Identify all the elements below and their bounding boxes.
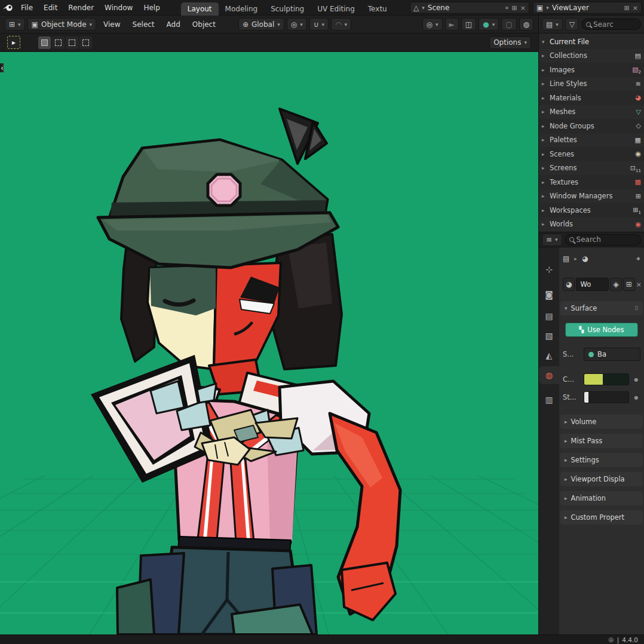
outliner-filter-button[interactable]: ▽ — [565, 18, 579, 30]
surface-shader-select[interactable]: Ba — [584, 348, 640, 361]
select-box-subtract-button[interactable] — [66, 36, 78, 49]
collection-properties-tab[interactable]: ▥ — [539, 391, 559, 409]
tab-texture-paint[interactable]: Textu — [361, 2, 387, 16]
menu-object[interactable]: Object — [188, 18, 220, 31]
select-box-intersect-button[interactable] — [79, 36, 92, 49]
menu-view[interactable]: View — [99, 18, 125, 31]
scene-selector[interactable]: △ ▾ Scene ⌖ ⊞ × — [410, 2, 529, 14]
viewport-3d[interactable]: ▸ Options ▾ ‹ ‹ — [0, 33, 538, 634]
animate-strength-dot[interactable]: ● — [632, 395, 640, 400]
mode-dropdown[interactable]: ▣ Object Mode ▾ — [27, 18, 96, 30]
region-toggle-right[interactable]: ‹ — [0, 63, 4, 72]
pin-icon[interactable]: ⌖ — [636, 255, 640, 262]
volume-panel-header[interactable]: ▸ Volume — [560, 415, 643, 429]
outliner-item-line-styles[interactable]: ▸ Line Styles ≋ — [539, 77, 644, 91]
rendered-preview-toggle[interactable]: ◍ — [519, 18, 533, 30]
viewport-display-panel-header[interactable]: ▸ Viewport Displa — [560, 472, 643, 486]
outliner-item-textures[interactable]: ▸ Textures ▩ — [539, 175, 644, 189]
menu-help[interactable]: Help — [138, 2, 165, 14]
outliner-item-palettes[interactable]: ▸ Palettes ▦ — [539, 133, 644, 148]
viewport-canvas[interactable] — [0, 33, 538, 634]
output-properties-tab[interactable]: ▤ — [539, 307, 559, 325]
data-api-icon[interactable]: ▤ — [563, 255, 569, 262]
outliner-root-current-file[interactable]: ▾ Current File — [539, 35, 644, 49]
outliner-item-materials[interactable]: ▸ Materials ◕ — [539, 91, 644, 105]
outliner-item-scenes[interactable]: ▸ Scenes ◉ — [539, 147, 644, 161]
outliner-item-node-groups[interactable]: ▸ Node Groups ◇ — [539, 119, 644, 133]
outliner-item-worlds[interactable]: ▸ Worlds ◉ — [539, 217, 644, 232]
render-properties-tab[interactable]: ◙ — [539, 286, 559, 303]
snap-magnet-button[interactable]: ∪ ▾ — [309, 18, 329, 30]
outliner-item-images[interactable]: ▸ Images ▧2 — [539, 63, 644, 77]
snap-target-button[interactable]: ◎ ▾ — [287, 18, 307, 30]
tab-modeling[interactable]: Modeling — [219, 2, 265, 16]
selectability-toggle[interactable]: ► — [445, 18, 459, 30]
use-nodes-button[interactable]: ▚ Use Nodes — [565, 323, 638, 337]
custom-properties-panel-header[interactable]: ▸ Custom Propert — [560, 510, 643, 525]
tool-properties-tab[interactable]: ⊹ — [539, 260, 559, 278]
select-box-new-button[interactable] — [38, 36, 51, 49]
chevron-right-icon: ▸ — [542, 81, 550, 87]
outliner-item-collections[interactable]: ▸ Collections ▤ — [539, 49, 644, 63]
tweak-tool-button[interactable]: ▸ — [7, 36, 20, 49]
outliner-item-workspaces[interactable]: ▸ Workspaces ⊞1 — [539, 203, 644, 217]
mist-pass-panel-header[interactable]: ▸ Mist Pass — [560, 434, 643, 448]
viewport-shading-dropdown[interactable]: ● ▾ — [479, 18, 499, 30]
chevron-down-icon: ▾ — [18, 22, 21, 27]
select-box-extend-button[interactable] — [52, 36, 65, 49]
surface-label: S... — [563, 350, 581, 358]
world-color-swatch[interactable] — [584, 373, 629, 385]
tab-sculpting[interactable]: Sculpting — [264, 2, 311, 16]
internet-icon[interactable]: ⊕ — [608, 636, 614, 643]
outliner-item-window-managers[interactable]: ▸ Window Managers ⊞ — [539, 189, 644, 204]
editor-headers: ⊞ ▾ ▣ Object Mode ▾ View Select Add Obje… — [0, 16, 644, 33]
overlays-toggle[interactable]: ◫ — [461, 18, 476, 30]
outliner-editor-type-button[interactable]: ▤ ▾ — [542, 18, 563, 30]
shader-ball-icon[interactable]: ◕ — [582, 255, 588, 262]
panel-grip-icon[interactable]: ⠿ — [634, 305, 639, 312]
editor-type-button[interactable]: ⊞ ▾ — [5, 18, 25, 30]
menu-add[interactable]: Add — [162, 18, 185, 31]
transform-orientation-dropdown[interactable]: ⊕ Global ▾ — [238, 18, 284, 30]
animate-color-dot[interactable]: ● — [632, 377, 640, 382]
world-browse-button[interactable]: ◕ — [563, 278, 575, 291]
mode-label: Object Mode — [41, 20, 87, 29]
menu-window[interactable]: Window — [99, 2, 138, 14]
view-layer-selector[interactable]: ▣ ▾ ViewLayer ⊞ × — [533, 2, 642, 14]
outliner-search-input[interactable]: Searc — [581, 19, 641, 30]
new-world-button[interactable]: ⊞ — [623, 278, 635, 291]
pin-icon[interactable]: ⌖ — [505, 4, 508, 12]
material-preview-toggle[interactable]: ▢ — [501, 18, 516, 30]
close-icon[interactable]: × — [633, 4, 638, 12]
animation-panel-header[interactable]: ▸ Animation — [560, 491, 643, 505]
tab-layout[interactable]: Layout — [181, 2, 219, 16]
properties-search-input[interactable]: Search — [565, 234, 641, 246]
gizmo-toggle[interactable]: ◎ ▾ — [422, 18, 443, 30]
properties-editor-type-button[interactable]: ≡ ▾ — [542, 234, 562, 246]
fake-user-toggle[interactable]: ◈ — [610, 278, 621, 291]
scene-name[interactable]: Scene — [428, 4, 502, 12]
menu-file[interactable]: File — [16, 2, 38, 14]
world-name-field[interactable]: Wo — [576, 278, 609, 291]
outliner-item-meshes[interactable]: ▸ Meshes ▽ — [539, 105, 644, 119]
new-scene-icon[interactable]: ⊞ — [512, 4, 517, 12]
new-view-layer-icon[interactable]: ⊞ — [624, 4, 630, 12]
surface-panel-header[interactable]: ▾ Surface ⠿ — [560, 301, 643, 315]
strength-slider[interactable] — [584, 391, 629, 403]
view-layer-properties-tab[interactable]: ▧ — [539, 327, 559, 345]
view-layer-name[interactable]: ViewLayer — [552, 4, 621, 12]
blender-logo-icon[interactable] — [0, 4, 16, 12]
menu-render[interactable]: Render — [63, 2, 99, 14]
options-dropdown[interactable]: Options ▾ — [489, 36, 531, 49]
settings-panel-header[interactable]: ▸ Settings — [560, 453, 643, 467]
menu-edit[interactable]: Edit — [38, 2, 63, 14]
proportional-editing-button[interactable]: ◠ ▾ — [331, 18, 351, 30]
outliner-search-placeholder: Searc — [593, 20, 614, 29]
outliner-item-screens[interactable]: ▸ Screens ⊡11 — [539, 161, 644, 176]
menu-select[interactable]: Select — [128, 18, 160, 31]
unlink-world-button[interactable]: × — [636, 281, 642, 289]
scene-properties-tab[interactable]: ◭ — [539, 346, 559, 364]
tab-uv-editing[interactable]: UV Editing — [311, 2, 361, 16]
world-properties-tab[interactable]: ◍ — [539, 366, 559, 384]
close-icon[interactable]: × — [520, 4, 526, 12]
